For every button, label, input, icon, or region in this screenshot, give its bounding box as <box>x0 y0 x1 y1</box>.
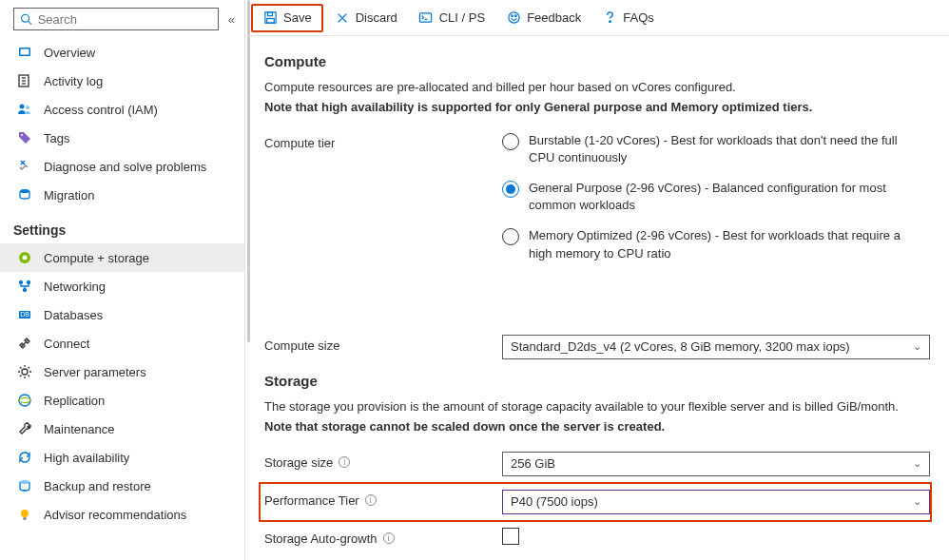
nav-label: Networking <box>44 280 106 294</box>
nav-label: Maintenance <box>44 422 114 436</box>
nav-connect[interactable]: Connect <box>0 329 244 357</box>
nav-label: Replication <box>44 394 105 408</box>
chevron-down-icon: ⌄ <box>913 457 921 470</box>
select-value: Standard_D2ds_v4 (2 vCores, 8 GiB memory… <box>511 339 850 354</box>
nav-label: Server parameters <box>44 365 146 379</box>
storage-desc: The storage you provision is the amount … <box>264 398 930 416</box>
save-button[interactable]: Save <box>251 4 323 32</box>
svg-point-34 <box>609 21 610 23</box>
toolbar: Save Discard CLI / PS Feedback FAQs <box>245 0 949 36</box>
feedback-button[interactable]: Feedback <box>496 6 591 30</box>
radio-burstable[interactable]: Burstable (1-20 vCores) - Best for workl… <box>502 132 930 166</box>
performance-tier-row: Performance Tier i P40 (7500 iops) ⌄ <box>264 486 930 518</box>
access-control-icon <box>17 102 32 117</box>
nav-label: Diagnose and solve problems <box>44 160 206 174</box>
nav-diagnose[interactable]: Diagnose and solve problems <box>0 152 244 181</box>
cli-button[interactable]: CLI / PS <box>409 6 494 30</box>
button-label: Discard <box>356 10 397 25</box>
svg-point-23 <box>21 510 29 517</box>
maintenance-icon <box>17 421 32 436</box>
compute-size-select[interactable]: Standard_D2ds_v4 (2 vCores, 8 GiB memory… <box>502 335 930 359</box>
discard-button[interactable]: Discard <box>325 6 407 30</box>
nav-compute-storage[interactable]: Compute + storage <box>0 243 244 272</box>
cli-icon <box>418 10 434 26</box>
networking-icon <box>17 279 32 294</box>
nav-label: Access control (IAM) <box>44 103 158 117</box>
info-icon[interactable]: i <box>365 494 377 506</box>
nav-replication[interactable]: Replication <box>0 386 244 415</box>
nav-tags[interactable]: Tags <box>0 124 244 152</box>
nav-label: Backup and restore <box>44 479 151 493</box>
storage-auto-growth-checkbox[interactable] <box>502 528 519 545</box>
svg-rect-30 <box>420 13 432 22</box>
collapse-sidebar-button[interactable]: « <box>228 12 235 27</box>
svg-point-21 <box>19 398 30 403</box>
svg-rect-24 <box>24 517 27 520</box>
svg-point-31 <box>509 12 519 23</box>
save-icon <box>262 10 278 26</box>
radio-memory-optimized[interactable]: Memory Optimized (2-96 vCores) - Best fo… <box>502 227 930 261</box>
radio-general-purpose[interactable]: General Purpose (2-96 vCores) - Balanced… <box>502 180 930 214</box>
svg-rect-3 <box>21 49 29 55</box>
button-label: Feedback <box>527 10 581 25</box>
button-label: FAQs <box>623 10 654 25</box>
nav-networking[interactable]: Networking <box>0 272 244 300</box>
nav-advisor[interactable]: Advisor recommendations <box>0 500 244 529</box>
settings-header: Settings <box>0 209 244 243</box>
nav-activity-log[interactable]: Activity log <box>0 67 244 95</box>
databases-icon: DB <box>17 307 32 322</box>
feedback-icon <box>506 10 521 26</box>
radio-icon <box>502 133 519 150</box>
nav-access-control[interactable]: Access control (IAM) <box>0 95 244 124</box>
compute-note: Note that high availability is supported… <box>264 99 930 117</box>
svg-point-8 <box>20 105 25 109</box>
migration-icon <box>17 187 32 203</box>
overview-icon <box>17 45 32 60</box>
info-icon[interactable]: i <box>383 532 395 544</box>
replication-icon <box>17 393 32 408</box>
storage-size-row: Storage size i 256 GiB ⌄ <box>264 452 930 476</box>
nav-server-parameters[interactable]: Server parameters <box>0 357 244 386</box>
sidebar: « Overview Activity log Access control (… <box>0 0 245 560</box>
nav-backup-restore[interactable]: Backup and restore <box>0 472 244 500</box>
select-value: 256 GiB <box>511 456 555 471</box>
search-icon <box>20 12 32 26</box>
nav-maintenance[interactable]: Maintenance <box>0 415 244 443</box>
content: Compute Compute resources are pre-alloca… <box>245 36 949 560</box>
performance-tier-select[interactable]: P40 (7500 iops) ⌄ <box>502 490 930 514</box>
nav-label: Activity log <box>44 74 103 88</box>
discard-icon <box>335 10 350 26</box>
svg-point-0 <box>22 14 29 22</box>
nav-label: Migration <box>44 188 94 203</box>
nav-label: High availability <box>44 451 129 465</box>
select-value: P40 (7500 iops) <box>511 494 598 509</box>
compute-tier-row: Compute tier Burstable (1-20 vCores) - B… <box>264 132 930 276</box>
nav-migration[interactable]: Migration <box>0 181 244 209</box>
advisor-icon <box>17 507 32 522</box>
info-icon[interactable]: i <box>339 456 350 468</box>
faqs-button[interactable]: FAQs <box>592 6 664 30</box>
radio-label: Burstable (1-20 vCores) - Best for workl… <box>529 132 909 166</box>
search-box[interactable] <box>13 8 219 30</box>
compute-storage-icon <box>17 250 32 265</box>
chevron-down-icon: ⌄ <box>913 340 921 353</box>
storage-note: Note that storage cannot be scaled down … <box>264 418 930 436</box>
performance-tier-label: Performance Tier i <box>264 490 502 508</box>
nav-label: Compute + storage <box>44 251 149 265</box>
backup-restore-icon <box>17 478 32 493</box>
storage-size-select[interactable]: 256 GiB ⌄ <box>502 452 930 476</box>
chevron-down-icon: ⌄ <box>913 495 921 508</box>
nav-high-availability[interactable]: High availability <box>0 443 244 472</box>
nav-label: Overview <box>44 46 95 60</box>
activity-log-icon <box>17 73 32 88</box>
radio-icon <box>502 181 519 198</box>
nav-databases[interactable]: DB Databases <box>0 300 244 329</box>
compute-size-row: Compute size Standard_D2ds_v4 (2 vCores,… <box>264 335 930 359</box>
compute-size-label: Compute size <box>264 335 502 353</box>
search-input[interactable] <box>38 12 212 27</box>
nav-overview[interactable]: Overview <box>0 38 244 67</box>
nav-label: Databases <box>44 308 103 322</box>
connect-icon <box>17 336 32 351</box>
nav-label: Advisor recommendations <box>44 508 186 522</box>
nav-list: Overview Activity log Access control (IA… <box>0 38 244 560</box>
